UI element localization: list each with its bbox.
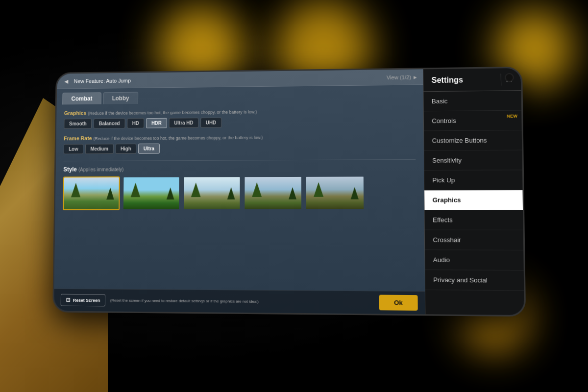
top-bar-text: New Feature: Auto Jump <box>74 74 387 84</box>
graphics-option-hd[interactable]: HD <box>127 118 144 128</box>
sidebar-item-effects[interactable]: Effects <box>424 210 523 230</box>
sidebar-item-pick-up[interactable]: Pick Up <box>424 170 523 190</box>
sidebar-item-basic[interactable]: Basic <box>423 91 521 111</box>
style-title: Style (Applies immediately) <box>63 165 416 173</box>
sidebar-item-crosshair[interactable]: Crosshair <box>425 230 523 250</box>
sidebar-item-graphics[interactable]: Graphics <box>424 190 523 210</box>
sidebar-item-customize-buttons[interactable]: Customize Buttons <box>424 130 522 151</box>
graphics-option-ultra-hd[interactable]: Ultra HD <box>169 118 198 128</box>
style-thumb-3[interactable] <box>183 176 241 210</box>
reset-note: (Reset the screen if you need to restore… <box>110 298 374 305</box>
reset-icon: ⊡ <box>66 297 70 303</box>
style-thumbnails <box>63 175 416 210</box>
style-thumb-5[interactable] <box>305 176 365 210</box>
frame-rate-section: Frame Rate (Reduce if the device becomes… <box>64 133 416 154</box>
frame-rate-subtitle: (Reduce if the device becomes too hot, t… <box>93 135 263 141</box>
frame-rate-options: Low Medium High Ultra <box>64 142 416 154</box>
phone-body: ◄ New Feature: Auto Jump View (1/2) ► Co… <box>52 67 526 317</box>
graphics-option-smooth[interactable]: Smooth <box>64 119 92 129</box>
graphics-section: Graphics (Reduce if the device becomes t… <box>64 107 415 128</box>
style-subtitle: (Applies immediately) <box>78 167 123 172</box>
style-thumb-img-2 <box>123 177 179 209</box>
graphics-option-hdr[interactable]: HDR <box>146 118 167 128</box>
tab-combat[interactable]: Combat <box>62 92 101 104</box>
style-thumb-img-3 <box>184 177 240 209</box>
tab-lobby[interactable]: Lobby <box>103 92 138 104</box>
new-badge: NEW <box>507 114 517 119</box>
graphics-title: Graphics (Reduce if the device becomes t… <box>64 107 416 116</box>
sidebar-item-controls[interactable]: Controls NEW <box>424 111 522 131</box>
settings-sidebar: Settings ✕ Basic Controls NEW Customize … <box>423 68 524 315</box>
back-button[interactable]: ◄ <box>62 76 71 86</box>
game-settings-area: ◄ New Feature: Auto Jump View (1/2) ► Co… <box>54 69 425 314</box>
divider <box>64 159 416 161</box>
frame-rate-medium[interactable]: Medium <box>85 144 114 154</box>
style-section: Style (Applies immediately) <box>63 165 416 210</box>
graphics-option-uhd[interactable]: UHD <box>200 118 221 128</box>
frame-rate-low[interactable]: Low <box>64 144 84 154</box>
frame-rate-title: Frame Rate (Reduce if the device becomes… <box>64 133 416 142</box>
reset-screen-button[interactable]: ⊡ Reset Screen <box>61 294 105 307</box>
sidebar-item-sensitivity[interactable]: Sensitivity <box>424 150 522 171</box>
sidebar-item-privacy[interactable]: Privacy and Social <box>425 270 524 291</box>
graphics-options: Smooth Balanced HD HDR Ultra HD UHD <box>64 116 415 129</box>
frame-rate-high[interactable]: High <box>115 144 136 154</box>
style-thumb-2[interactable] <box>122 176 180 210</box>
sidebar-nav: Basic Controls NEW Customize Buttons Sen… <box>423 91 524 315</box>
frame-rate-ultra[interactable]: Ultra <box>138 144 160 154</box>
style-thumb-img-5 <box>306 177 364 209</box>
top-bar-right: View (1/2) ► <box>387 74 418 80</box>
style-thumb-4[interactable] <box>244 176 302 210</box>
graphics-subtitle: (Reduce if the device becomes too hot, t… <box>88 109 257 116</box>
phone-screen: ◄ New Feature: Auto Jump View (1/2) ► Co… <box>54 68 524 315</box>
camera-hole <box>505 73 514 82</box>
style-thumb-img-4 <box>245 177 301 209</box>
sidebar-item-audio[interactable]: Audio <box>425 250 524 270</box>
graphics-option-balanced[interactable]: Balanced <box>94 118 125 128</box>
style-thumb-img-1 <box>64 177 119 209</box>
sidebar-title: Settings <box>431 75 496 85</box>
phone-device: ◄ New Feature: Auto Jump View (1/2) ► Co… <box>52 67 526 317</box>
bottom-bar: ⊡ Reset Screen (Reset the screen if you … <box>54 289 425 314</box>
ok-button[interactable]: Ok <box>379 295 418 311</box>
settings-content: Graphics (Reduce if the device becomes t… <box>54 101 425 291</box>
style-thumb-1[interactable] <box>63 176 120 210</box>
